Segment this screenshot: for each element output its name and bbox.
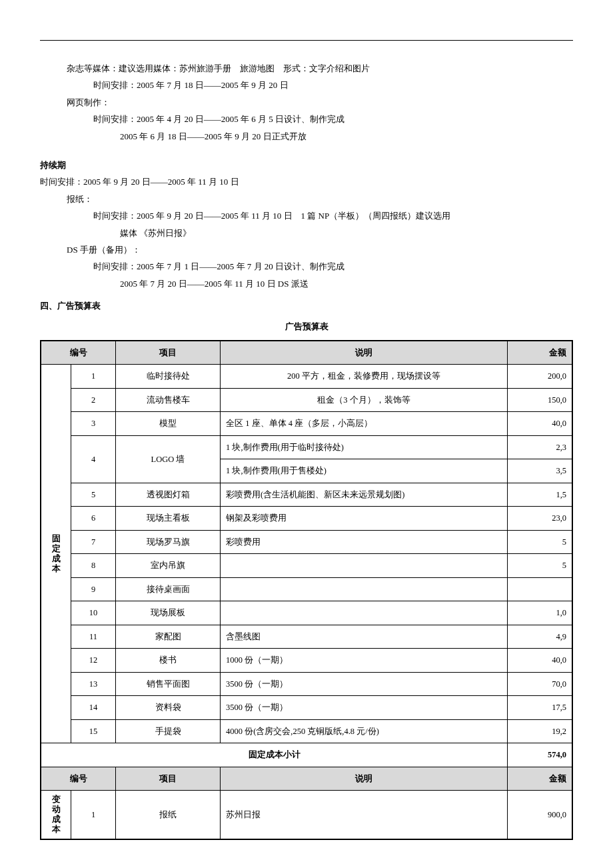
cell-id: 4 — [71, 435, 116, 483]
cell-item: 流动售楼车 — [116, 388, 221, 412]
text-line: 媒体 《苏州日报》 — [40, 225, 573, 241]
table-row: 9接待桌画面 — [41, 577, 572, 601]
cell-id: 7 — [71, 530, 116, 554]
cell-id: 8 — [71, 554, 116, 578]
cell-item: 手提袋 — [116, 719, 221, 743]
table-header-row: 编号 项目 说明 金额 — [41, 341, 572, 365]
table-row: 13销售平面图3500 份（一期）70,0 — [41, 672, 572, 696]
cell-desc — [221, 577, 508, 601]
cell-desc: 钢架及彩喷费用 — [221, 507, 508, 531]
cell-amt: 150,0 — [508, 388, 573, 412]
table-row: 4LOGO 墙1 块,制作费用(用于临时接待处)2,3 — [41, 435, 572, 459]
cell-amt: 900,0 — [508, 791, 573, 840]
cell-item: 楼书 — [116, 649, 221, 673]
cell-amt: 70,0 — [508, 672, 573, 696]
th-amt-2: 金额 — [508, 767, 573, 791]
cell-amt: 1,0 — [508, 601, 573, 625]
cell-amt: 1,5 — [508, 483, 573, 507]
table-row: 固定成本1临时接待处200 平方，租金，装修费用，现场摆设等200,0 — [41, 365, 572, 389]
budget-table: 编号 项目 说明 金额 固定成本1临时接待处200 平方，租金，装修费用，现场摆… — [40, 340, 573, 841]
cell-amt: 2,3 — [508, 435, 573, 459]
table-title: 广告预算表 — [40, 319, 573, 334]
text-line: 网页制作： — [40, 95, 573, 110]
cell-id: 1 — [71, 365, 116, 389]
th-item-2: 项目 — [116, 767, 221, 791]
cell-id: 15 — [71, 719, 116, 743]
cell-desc: 全区 1 座、单体 4 座（多层，小高层） — [221, 412, 508, 436]
cell-id: 11 — [71, 625, 116, 649]
cell-amt: 5 — [508, 530, 573, 554]
fixed-subtotal-amt: 574,0 — [508, 743, 573, 767]
table-row: 12楼书1000 份（一期）40,0 — [41, 649, 572, 673]
text-line: 2005 年 7 月 20 日——2005 年 11 月 10 日 DS 派送 — [40, 276, 573, 291]
section-4-title: 四、广告预算表 — [40, 298, 573, 313]
table-row: 7现场罗马旗彩喷费用5 — [41, 530, 572, 554]
cell-desc: 苏州日报 — [221, 791, 508, 840]
th-id-2: 编号 — [41, 767, 116, 791]
cell-id: 6 — [71, 507, 116, 531]
cell-id: 14 — [71, 696, 116, 720]
cell-desc: 3500 份（一期） — [221, 672, 508, 696]
th-id: 编号 — [41, 341, 116, 365]
cell-id: 9 — [71, 577, 116, 601]
fixed-subtotal-label: 固定成本小计 — [41, 743, 508, 767]
text-line: 时间安排：2005 年 7 月 18 日——2005 年 9 月 20 日 — [40, 77, 573, 93]
cell-amt: 19,2 — [508, 719, 573, 743]
text-line: 2005 年 6 月 18 日——2005 年 9 月 20 日正式开放 — [40, 129, 573, 144]
text-line: 时间安排：2005 年 7 月 1 日——2005 年 7 月 20 日设计、制… — [40, 259, 573, 274]
cell-amt: 40,0 — [508, 412, 573, 436]
cell-desc — [221, 601, 508, 625]
fixed-subtotal-row: 固定成本小计 574,0 — [41, 743, 572, 767]
table-header-row-2: 编号 项目 说明 金额 — [41, 767, 572, 791]
cell-amt: 4,9 — [508, 625, 573, 649]
cell-id: 1 — [71, 791, 116, 840]
cell-item: 销售平面图 — [116, 672, 221, 696]
cell-amt: 40,0 — [508, 649, 573, 673]
cell-id: 13 — [71, 672, 116, 696]
cell-item: 模型 — [116, 412, 221, 436]
horizontal-rule — [40, 40, 573, 41]
th-desc-2: 说明 — [221, 767, 508, 791]
cell-amt: 3,5 — [508, 459, 573, 483]
cell-item: 报纸 — [116, 791, 221, 840]
cell-desc: 彩喷费用(含生活机能图、新区未来远景规划图) — [221, 483, 508, 507]
text-line: DS 手册（备用）： — [40, 242, 573, 257]
cell-item: 资料袋 — [116, 696, 221, 720]
table-row: 3模型全区 1 座、单体 4 座（多层，小高层）40,0 — [41, 412, 572, 436]
cell-desc: 200 平方，租金，装修费用，现场摆设等 — [221, 365, 508, 389]
cell-item: 现场主看板 — [116, 507, 221, 531]
cell-item: 接待桌画面 — [116, 577, 221, 601]
cell-item: 透视图灯箱 — [116, 483, 221, 507]
cell-desc — [221, 554, 508, 578]
table-row: 15手提袋4000 份(含房交会,250 克铜版纸,4.8 元/份)19,2 — [41, 719, 572, 743]
cell-item: 室内吊旗 — [116, 554, 221, 578]
cell-id: 10 — [71, 601, 116, 625]
cell-amt: 200,0 — [508, 365, 573, 389]
table-row: 变动成本1报纸苏州日报900,0 — [41, 791, 572, 840]
cell-id: 12 — [71, 649, 116, 673]
cell-desc: 1000 份（一期） — [221, 649, 508, 673]
table-row: 14资料袋3500 份（一期）17,5 — [41, 696, 572, 720]
table-row: 6现场主看板钢架及彩喷费用23,0 — [41, 507, 572, 531]
text-line: 报纸： — [40, 191, 573, 207]
cell-desc: 租金（3 个月），装饰等 — [221, 388, 508, 412]
cell-item: 家配图 — [116, 625, 221, 649]
cell-desc: 含墨线图 — [221, 625, 508, 649]
text-line: 时间安排：2005 年 4 月 20 日——2005 年 6 月 5 日设计、制… — [40, 111, 573, 127]
cell-desc: 1 块,制作费用(用于售楼处) — [221, 459, 508, 483]
cell-amt — [508, 577, 573, 601]
table-row: 11家配图含墨线图4,9 — [41, 625, 572, 649]
cell-id: 2 — [71, 388, 116, 412]
cell-id: 5 — [71, 483, 116, 507]
table-row: 8室内吊旗5 — [41, 554, 572, 578]
th-desc: 说明 — [221, 341, 508, 365]
table-row: 5透视图灯箱彩喷费用(含生活机能图、新区未来远景规划图)1,5 — [41, 483, 572, 507]
th-item: 项目 — [116, 341, 221, 365]
cell-desc: 彩喷费用 — [221, 530, 508, 554]
table-row: 10现场展板1,0 — [41, 601, 572, 625]
text-line: 时间安排：2005 年 9 月 20 日——2005 年 11 月 10 日 — [40, 174, 573, 189]
cell-item: 临时接待处 — [116, 365, 221, 389]
cell-amt: 23,0 — [508, 507, 573, 531]
table-row: 2流动售楼车租金（3 个月），装饰等150,0 — [41, 388, 572, 412]
cell-amt: 5 — [508, 554, 573, 578]
